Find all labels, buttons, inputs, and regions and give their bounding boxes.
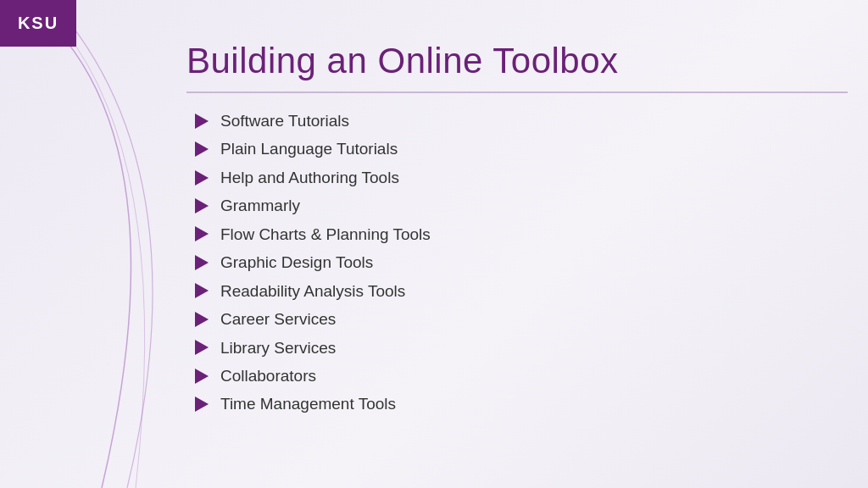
list-item: Plain Language Tutorials bbox=[195, 136, 431, 161]
list-item-text: Grammarly bbox=[220, 193, 300, 218]
list-item-text: Help and Authoring Tools bbox=[220, 165, 399, 190]
bullet-arrow-icon bbox=[195, 340, 210, 355]
page-title: Building an Online Toolbox bbox=[186, 41, 619, 81]
ksu-badge: KSU bbox=[0, 0, 76, 47]
list-item-text: Readability Analysis Tools bbox=[220, 279, 405, 303]
list-item: Graphic Design Tools bbox=[195, 250, 431, 274]
bullet-list: Software TutorialsPlain Language Tutoria… bbox=[195, 108, 431, 420]
bullet-arrow-icon bbox=[195, 283, 210, 298]
bullet-arrow-icon bbox=[195, 255, 210, 270]
list-item: Grammarly bbox=[195, 193, 431, 218]
bullet-arrow-icon bbox=[195, 141, 210, 157]
bullet-arrow-icon bbox=[195, 396, 210, 412]
list-item-text: Career Services bbox=[220, 307, 336, 331]
list-item: Readability Analysis Tools bbox=[195, 279, 431, 303]
slide: KSU Building an Online Toolbox Software … bbox=[0, 0, 868, 488]
list-item-text: Library Services bbox=[220, 336, 336, 360]
ksu-label: KSU bbox=[18, 14, 58, 33]
list-item: Collaborators bbox=[195, 363, 431, 388]
bullet-arrow-icon bbox=[195, 369, 210, 384]
bullet-arrow-icon bbox=[195, 114, 210, 129]
decorative-lines bbox=[0, 0, 195, 488]
list-item-text: Time Management Tools bbox=[220, 391, 396, 416]
bullet-arrow-icon bbox=[195, 312, 210, 327]
list-item: Software Tutorials bbox=[195, 108, 431, 133]
title-divider bbox=[186, 92, 848, 93]
list-item-text: Graphic Design Tools bbox=[220, 250, 373, 274]
list-item: Career Services bbox=[195, 307, 431, 331]
list-item: Library Services bbox=[195, 336, 431, 360]
bullet-arrow-icon bbox=[195, 170, 210, 186]
bullet-arrow-icon bbox=[195, 198, 210, 214]
list-item: Help and Authoring Tools bbox=[195, 165, 431, 190]
list-item-text: Software Tutorials bbox=[220, 108, 349, 133]
list-item-text: Collaborators bbox=[220, 363, 316, 388]
list-item: Time Management Tools bbox=[195, 391, 431, 416]
list-item: Flow Charts & Planning Tools bbox=[195, 222, 431, 247]
list-item-text: Plain Language Tutorials bbox=[220, 136, 398, 161]
bullet-arrow-icon bbox=[195, 226, 210, 241]
list-item-text: Flow Charts & Planning Tools bbox=[220, 222, 431, 247]
